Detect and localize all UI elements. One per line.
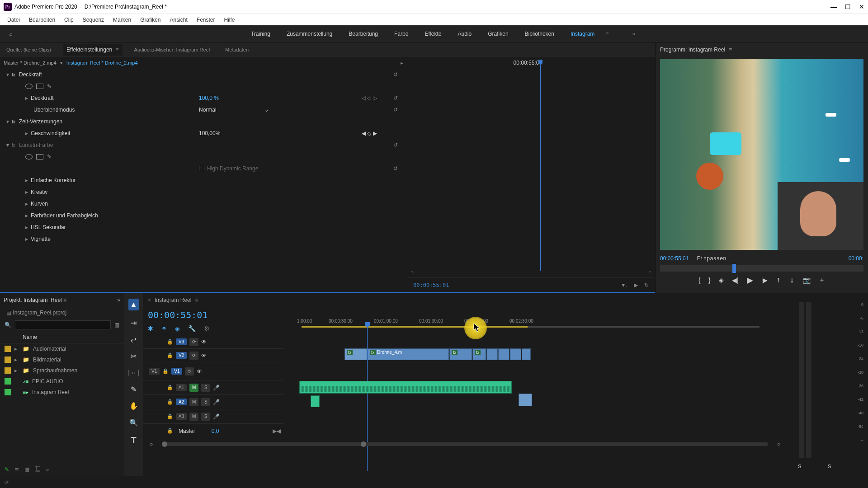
mute-button[interactable]: M: [189, 384, 198, 392]
label-swatch[interactable]: [5, 367, 11, 374]
pen-tool[interactable]: ✎: [131, 385, 137, 394]
reset-blend-icon[interactable]: ↺: [393, 107, 398, 113]
mask-ellipse-icon[interactable]: [25, 84, 33, 89]
zoom-handle-right[interactable]: [361, 441, 366, 447]
panel-menu-icon[interactable]: ≡: [116, 47, 119, 53]
source-patch-v1[interactable]: V1: [149, 368, 160, 375]
solo-button[interactable]: S: [201, 398, 210, 406]
program-menu-icon[interactable]: ≡: [729, 47, 732, 53]
zoom-slider[interactable]: ○: [46, 466, 49, 473]
track-target-v2[interactable]: V2: [176, 352, 187, 359]
ec-foot-timecode[interactable]: 00:00:55:01: [413, 282, 449, 288]
type-tool[interactable]: T: [131, 435, 136, 446]
video-clip[interactable]: fx: [449, 348, 472, 360]
workspace-bearbeitung[interactable]: Bearbeitung: [340, 27, 386, 41]
mask-rect-icon[interactable]: [36, 84, 43, 89]
solo-button[interactable]: S: [201, 413, 210, 421]
toggle-track-output-icon[interactable]: 👁: [201, 339, 207, 345]
list-item[interactable]: ♪≡ EPIC AUDIO: [0, 376, 124, 387]
sequence-tab[interactable]: Instagram Reel: [155, 297, 191, 303]
lock-track-icon[interactable]: 🔒: [162, 368, 169, 374]
workspace-training[interactable]: Training: [243, 27, 278, 41]
workspace-farbe[interactable]: Farbe: [386, 27, 416, 41]
project-search-input[interactable]: [15, 320, 111, 329]
workspace-bibliotheken[interactable]: Bibliotheken: [517, 27, 562, 41]
track-header-v3[interactable]: 🔒 V3 ⟳ 👁: [143, 335, 283, 348]
hdr-checkbox[interactable]: [199, 166, 204, 171]
menu-sequenz[interactable]: Sequenz: [78, 15, 108, 25]
project-overflow-icon[interactable]: »: [117, 297, 120, 303]
play-in-to-out-icon[interactable]: ▶◀: [273, 428, 281, 434]
menu-ansicht[interactable]: Ansicht: [165, 15, 192, 25]
window-minimize[interactable]: —: [830, 3, 837, 10]
ec-playhead[interactable]: [540, 60, 541, 271]
menu-hilfe[interactable]: Hilfe: [220, 15, 240, 25]
bin-twirl-icon[interactable]: ▸: [14, 367, 19, 374]
video-clip[interactable]: [498, 348, 509, 360]
tab-effect-controls[interactable]: Effekteinstellungen ≡: [63, 44, 123, 56]
menu-grafiken[interactable]: Grafiken: [136, 15, 165, 25]
lock-track-icon[interactable]: 🔒: [167, 413, 173, 419]
bin-twirl-icon[interactable]: ▸: [14, 357, 19, 363]
label-swatch[interactable]: [5, 389, 11, 395]
keyframe-nav-speed[interactable]: ◀ ◇ ▶: [362, 130, 377, 136]
lock-track-icon[interactable]: 🔒: [167, 385, 173, 390]
step-fwd-button[interactable]: |▶: [761, 277, 768, 284]
program-playhead[interactable]: [732, 264, 736, 273]
twirl-lumetri[interactable]: ▾: [6, 142, 12, 148]
twirl-basic[interactable]: ▸: [25, 177, 31, 183]
project-tab[interactable]: Projekt: Instagram_Reel ≡: [4, 297, 66, 303]
reset-lumetri-icon[interactable]: ↺: [393, 142, 398, 148]
ec-zoom-handle-right[interactable]: ○: [648, 269, 651, 274]
icon-view-icon[interactable]: ▦: [24, 466, 29, 473]
track-target-a2[interactable]: A2: [176, 399, 187, 405]
lock-track-icon[interactable]: 🔒: [167, 352, 173, 358]
video-clip[interactable]: [510, 348, 521, 360]
twirl-curves[interactable]: ▸: [25, 201, 31, 207]
sequence-clip-crumb[interactable]: Instagram Reel * Drohne_2.mp4: [66, 60, 138, 66]
timeline-timecode[interactable]: 00:00:55:01: [148, 310, 279, 320]
bin-row[interactable]: ▸ 📁 Sprachaufnahmen: [0, 365, 124, 376]
label-swatch[interactable]: [5, 346, 11, 352]
timeline-settings-icon[interactable]: ⚙: [204, 325, 210, 332]
mark-out-button[interactable]: }: [708, 277, 711, 284]
menu-fenster[interactable]: Fenster: [192, 15, 220, 25]
workspace-effekte[interactable]: Effekte: [416, 27, 449, 41]
sync-lock-icon[interactable]: ⟳: [189, 338, 198, 346]
lumetri-curves[interactable]: Kurven: [31, 201, 48, 207]
selection-tool[interactable]: ▲: [128, 299, 139, 310]
audio-clip[interactable]: [519, 394, 532, 406]
solo-button[interactable]: S: [201, 384, 210, 392]
track-header-a2[interactable]: 🔒 A2 M S 🎤: [143, 394, 283, 409]
audio-clip[interactable]: [311, 395, 320, 407]
workspace-menu-icon[interactable]: ≡: [603, 28, 611, 40]
mark-in-button[interactable]: {: [698, 277, 701, 284]
video-clip[interactable]: [522, 348, 531, 360]
work-area-bar[interactable]: [302, 326, 528, 328]
voice-over-icon[interactable]: 🎤: [213, 399, 220, 405]
ripple-edit-tool[interactable]: ⇄: [131, 335, 137, 344]
twirl-creative[interactable]: ▸: [25, 189, 31, 195]
video-clip[interactable]: [486, 348, 498, 360]
menu-clip[interactable]: Clip: [60, 15, 78, 25]
track-target-a1[interactable]: A1: [176, 384, 187, 391]
twirl-vignette[interactable]: ▸: [25, 236, 31, 242]
project-col-name[interactable]: Name: [0, 331, 124, 343]
export-frame-button[interactable]: 📷: [803, 277, 811, 284]
timeline-menu-icon[interactable]: ≡: [195, 297, 198, 303]
timeline-tracks-area[interactable]: fx fxDrohne_4.m fx fx: [283, 335, 787, 438]
window-maximize[interactable]: ☐: [845, 3, 851, 10]
tab-audio-mixer[interactable]: Audioclip-Mischer: Instagram Reel: [131, 44, 214, 55]
chevron-down-icon[interactable]: ▾: [60, 60, 63, 66]
track-header-v2[interactable]: 🔒 V2 ⟳ 👁: [143, 348, 283, 362]
program-zoom-select[interactable]: Einpassen: [697, 255, 726, 262]
lock-track-icon[interactable]: 🔒: [167, 339, 173, 345]
video-clip[interactable]: fx: [344, 348, 367, 360]
mute-button[interactable]: M: [189, 398, 198, 406]
solo-left-button[interactable]: S: [798, 464, 801, 469]
ec-loop-icon[interactable]: ↻: [644, 282, 649, 288]
ec-play-icon[interactable]: ▶: [634, 282, 638, 288]
track-header-v1[interactable]: V1 🔒 V1 ⟳ 👁: [143, 362, 283, 380]
twirl-hsl[interactable]: ▸: [25, 224, 31, 230]
bin-row[interactable]: ▸ 📁 Audiomaterial: [0, 343, 124, 354]
